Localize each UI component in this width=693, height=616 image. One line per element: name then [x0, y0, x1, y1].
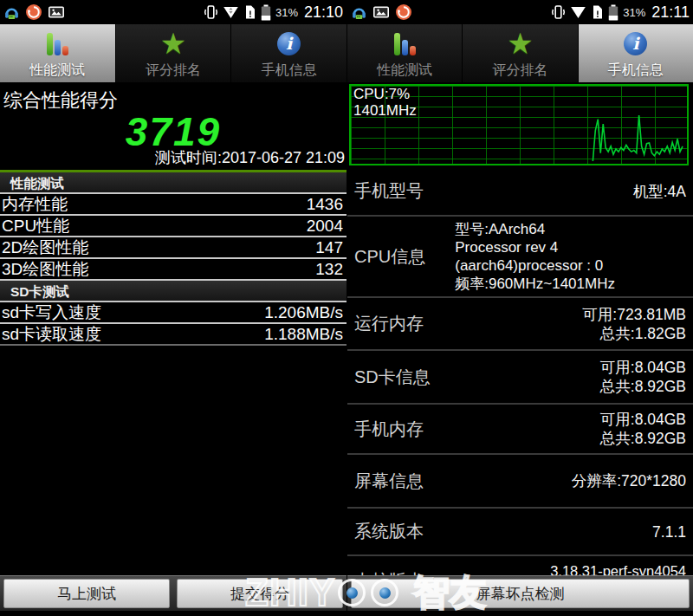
info-row-cpu-info: CPU信息 型号:AArch64 Processor rev 4 (aarch6… — [347, 217, 693, 298]
tab-performance-test[interactable]: 性能测试 — [347, 24, 462, 82]
battery-icon — [261, 4, 271, 21]
tab-performance-test[interactable]: 性能测试 — [0, 24, 115, 82]
info-icon: i — [277, 29, 301, 58]
gallery-icon — [48, 4, 65, 20]
performance-results: 综合性能得分 3719 测试时间:2017-06-27 21:09 性能测试 内… — [0, 82, 346, 575]
tab-phone-info[interactable]: i 手机信息 — [579, 24, 693, 82]
wifi-icon — [223, 5, 239, 19]
info-row-storage: 手机内存 可用:8.04GB 总共:8.92GB — [347, 405, 693, 455]
info-row-os-version: 系统版本 7.1.1 — [347, 509, 693, 556]
tab-score-ranking[interactable]: ★ 评分排名 — [116, 24, 231, 82]
info-row-kernel-version: 内核版本 3.18.31-perf-svn4054 wanglina@sry20… — [347, 556, 693, 575]
star-icon: ★ — [507, 29, 533, 58]
overall-score-box: 综合性能得分 3719 测试时间:2017-06-27 21:09 — [0, 82, 346, 172]
tab-score-ranking[interactable]: ★ 评分排名 — [463, 24, 577, 82]
result-row: sd卡读取速度 1.188MB/s — [0, 324, 346, 346]
sim-icon — [591, 4, 604, 20]
info-row-screen: 屏幕信息 分辨率:720*1280 — [347, 455, 693, 509]
section-header-sdcard: SD卡测试 — [0, 281, 346, 302]
battery-percent: 31% — [623, 6, 645, 19]
clock: 21:10 — [304, 3, 343, 22]
info-icon: i — [624, 29, 647, 58]
sync-icon — [395, 3, 412, 21]
bottom-action-bar: 马上测试 提交得分 — [0, 575, 346, 616]
cpu-usage-graph: CPU:7% 1401MHz — [349, 84, 689, 165]
tab-bar: 性能测试 ★ 评分排名 i 手机信息 — [347, 24, 693, 82]
test-time: 测试时间:2017-06-27 21:09 — [155, 147, 345, 168]
wifi-icon — [570, 5, 586, 19]
info-row-sdcard: SD卡信息 可用:8.04GB 总共:8.92GB — [347, 351, 693, 405]
gallery-icon — [372, 4, 390, 20]
status-bar: 31% 21:10 — [0, 0, 346, 24]
bar-chart-icon — [392, 29, 418, 58]
submit-score-button[interactable]: 提交得分 — [177, 579, 343, 608]
cpu-graph-labels: CPU:7% 1401MHz — [353, 86, 417, 119]
info-row-ram: 运行内存 可用:723.81MB 总共:1.82GB — [347, 298, 693, 351]
result-row: sd卡写入速度 1.206MB/s — [0, 302, 346, 324]
sim-icon — [243, 4, 256, 20]
dead-pixel-test-button[interactable]: 屏幕坏点检测 — [351, 579, 690, 608]
bottom-action-bar: 屏幕坏点检测 — [347, 575, 693, 616]
status-bar: 31% 21:11 — [347, 0, 693, 24]
vibrate-icon — [204, 4, 218, 20]
dual-phone-screenshot: 31% 21:10 性能测试 ★ 评分排名 i 手机信息 综合性能得分 3719 — [0, 0, 693, 616]
cpu-freq-label: 1401MHz — [353, 102, 417, 119]
bar-chart-icon — [44, 29, 70, 58]
clock: 21:11 — [651, 3, 690, 22]
sync-icon — [25, 3, 42, 21]
left-screen: 31% 21:10 性能测试 ★ 评分排名 i 手机信息 综合性能得分 3719 — [0, 0, 346, 616]
result-row: 3D绘图性能 132 — [0, 259, 346, 281]
headset-icon — [351, 4, 367, 21]
section-header-performance: 性能测试 — [0, 172, 346, 194]
result-row: CPU性能 2004 — [0, 216, 346, 237]
phone-info-list: CPU:7% 1401MHz 手机型号 机型:4A CPU信息 型号:AArch… — [347, 82, 693, 575]
right-screen: 31% 21:11 性能测试 ★ 评分排名 i 手机信息 — [346, 0, 693, 616]
battery-icon — [608, 4, 619, 21]
vibrate-icon — [551, 4, 566, 20]
headset-icon — [3, 4, 20, 21]
tab-bar: 性能测试 ★ 评分排名 i 手机信息 — [0, 24, 346, 82]
star-icon: ★ — [160, 29, 186, 58]
info-row-phone-model: 手机型号 机型:4A — [347, 167, 693, 217]
test-now-button[interactable]: 马上测试 — [3, 579, 170, 608]
result-row: 内存性能 1436 — [0, 194, 346, 216]
result-row: 2D绘图性能 147 — [0, 237, 346, 259]
cpu-usage-label: CPU:7% — [353, 86, 410, 102]
battery-percent: 31% — [275, 6, 298, 19]
tab-phone-info[interactable]: i 手机信息 — [231, 24, 346, 82]
